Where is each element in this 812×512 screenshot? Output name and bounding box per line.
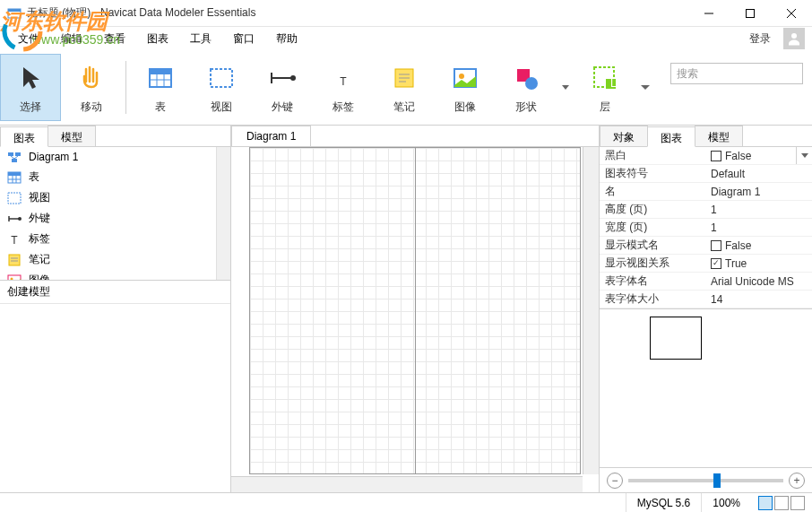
tree-item-view[interactable]: 视图 bbox=[0, 187, 216, 208]
left-tab-model[interactable]: 模型 bbox=[48, 126, 96, 146]
svg-rect-47 bbox=[9, 255, 20, 265]
checkbox-icon[interactable] bbox=[711, 151, 721, 161]
close-button[interactable] bbox=[771, 0, 812, 27]
minimize-button[interactable] bbox=[688, 0, 730, 27]
menu-view[interactable]: 查看 bbox=[93, 28, 136, 50]
zoom-slider[interactable] bbox=[628, 479, 783, 482]
canvas[interactable] bbox=[231, 147, 599, 492]
search-box[interactable] bbox=[670, 63, 803, 84]
prop-value[interactable]: False bbox=[707, 150, 796, 162]
prop-row[interactable]: 表字体大小14 bbox=[600, 291, 812, 308]
cursor-icon bbox=[14, 60, 47, 96]
page-break-line bbox=[415, 148, 416, 473]
prop-label: 表字体名 bbox=[600, 273, 707, 289]
prop-value[interactable]: Default bbox=[707, 168, 812, 180]
view-mode-2[interactable] bbox=[774, 496, 789, 510]
zoom-thumb[interactable] bbox=[713, 473, 721, 488]
canvas-grid bbox=[249, 147, 581, 474]
zoom-out-button[interactable]: − bbox=[607, 473, 623, 489]
tool-foreignkey[interactable]: 外键 bbox=[252, 54, 313, 121]
prop-value[interactable]: 1 bbox=[707, 221, 812, 234]
tool-shape[interactable]: 形状 bbox=[496, 54, 557, 121]
diagram-icon bbox=[7, 150, 22, 164]
tree-item-image[interactable]: 图像 bbox=[0, 270, 216, 281]
tool-shape-dropdown[interactable] bbox=[557, 54, 574, 121]
menu-help[interactable]: 帮助 bbox=[265, 28, 308, 50]
canvas-hscroll[interactable] bbox=[231, 476, 583, 492]
prop-value-text: Arial Unicode MS bbox=[711, 275, 794, 288]
prop-value[interactable]: False bbox=[707, 239, 812, 252]
tree-item-label[interactable]: T标签 bbox=[0, 229, 216, 249]
tree-item-label: 标签 bbox=[29, 231, 50, 247]
prop-value[interactable]: Arial Unicode MS bbox=[707, 275, 812, 288]
svg-rect-34 bbox=[12, 159, 17, 162]
toolbar-overflow[interactable] bbox=[635, 54, 655, 121]
menu-tools[interactable]: 工具 bbox=[179, 28, 222, 50]
menubar: 文件 编辑 查看 图表 工具 窗口 帮助 登录 bbox=[0, 27, 812, 50]
login-link[interactable]: 登录 bbox=[742, 28, 778, 50]
view-mode-1[interactable] bbox=[758, 496, 773, 510]
prop-row[interactable]: 表字体名Arial Unicode MS bbox=[600, 273, 812, 291]
checkbox-icon[interactable] bbox=[711, 240, 721, 251]
status-zoom: 100% bbox=[701, 493, 751, 512]
prop-row[interactable]: 名Diagram 1 bbox=[600, 183, 812, 201]
tool-image[interactable]: 图像 bbox=[435, 54, 496, 121]
prop-value[interactable]: 1 bbox=[707, 204, 812, 216]
canvas-tab-diagram1[interactable]: Diagram 1 bbox=[231, 126, 311, 146]
tree-item-note[interactable]: 笔记 bbox=[0, 249, 216, 270]
layer-icon: L bbox=[589, 60, 621, 96]
prop-row[interactable]: 高度 (页)1 bbox=[600, 201, 812, 219]
tool-table[interactable]: 表 bbox=[130, 54, 191, 121]
left-tab-diagram[interactable]: 图表 bbox=[0, 126, 48, 147]
prop-label: 图表符号 bbox=[600, 166, 707, 181]
tool-move[interactable]: 移动 bbox=[61, 54, 122, 121]
prop-value[interactable]: ✓True bbox=[707, 257, 812, 270]
prop-label: 宽度 (页) bbox=[600, 220, 707, 235]
shape-icon bbox=[510, 60, 542, 96]
right-tab-diagram[interactable]: 图表 bbox=[647, 126, 695, 147]
preview-pane bbox=[600, 309, 812, 467]
menu-edit[interactable]: 编辑 bbox=[50, 28, 93, 50]
svg-text:L: L bbox=[610, 77, 617, 90]
prop-row[interactable]: 宽度 (页)1 bbox=[600, 219, 812, 237]
tree-item-table[interactable]: 表 bbox=[0, 167, 216, 187]
tree-item-diagram[interactable]: Diagram 1 bbox=[0, 147, 216, 167]
prop-row[interactable]: 显示模式名False bbox=[600, 237, 812, 255]
menu-file[interactable]: 文件 bbox=[7, 28, 50, 50]
canvas-vscroll[interactable] bbox=[583, 147, 599, 474]
view-icon bbox=[7, 191, 22, 205]
search-input[interactable] bbox=[677, 67, 811, 80]
right-tab-object[interactable]: 对象 bbox=[600, 126, 648, 146]
tool-note[interactable]: 笔记 bbox=[374, 54, 435, 121]
maximize-button[interactable] bbox=[730, 0, 771, 27]
tree-item-label: 视图 bbox=[29, 190, 50, 205]
zoom-in-button[interactable]: + bbox=[789, 473, 805, 489]
tool-layer[interactable]: L 层 bbox=[574, 54, 635, 121]
prop-label: 黑白 bbox=[600, 148, 707, 163]
chevron-down-icon[interactable] bbox=[796, 147, 812, 164]
view-icon bbox=[205, 60, 238, 96]
left-tabs: 图表 模型 bbox=[0, 126, 230, 147]
label-icon: T bbox=[327, 60, 359, 96]
prop-value[interactable]: 14 bbox=[707, 293, 812, 306]
tool-image-label: 图像 bbox=[454, 100, 476, 115]
preview-thumbnail[interactable] bbox=[650, 317, 702, 360]
prop-row[interactable]: 图表符号Default bbox=[600, 165, 812, 183]
right-panel: 对象 图表 模型 黑白False图表符号Default名Diagram 1高度 … bbox=[599, 126, 812, 492]
prop-row[interactable]: 黑白False bbox=[600, 147, 812, 165]
tree-item-fk[interactable]: 外键 bbox=[0, 208, 216, 229]
prop-value-text: Diagram 1 bbox=[711, 186, 760, 198]
tool-fk-label: 外键 bbox=[272, 100, 293, 115]
prop-row[interactable]: 显示视图关系✓True bbox=[600, 255, 812, 273]
tool-view[interactable]: 视图 bbox=[191, 54, 252, 121]
view-mode-3[interactable] bbox=[790, 496, 805, 510]
menu-window[interactable]: 窗口 bbox=[222, 28, 265, 50]
right-tab-model[interactable]: 模型 bbox=[695, 126, 743, 146]
tree-scrollbar[interactable] bbox=[216, 147, 230, 280]
avatar[interactable] bbox=[783, 28, 805, 49]
tool-label[interactable]: T 标签 bbox=[313, 54, 374, 121]
tool-select[interactable]: 选择 bbox=[0, 54, 61, 121]
menu-diagram[interactable]: 图表 bbox=[136, 28, 179, 50]
prop-value[interactable]: Diagram 1 bbox=[707, 186, 812, 198]
checkbox-icon[interactable]: ✓ bbox=[711, 258, 721, 269]
